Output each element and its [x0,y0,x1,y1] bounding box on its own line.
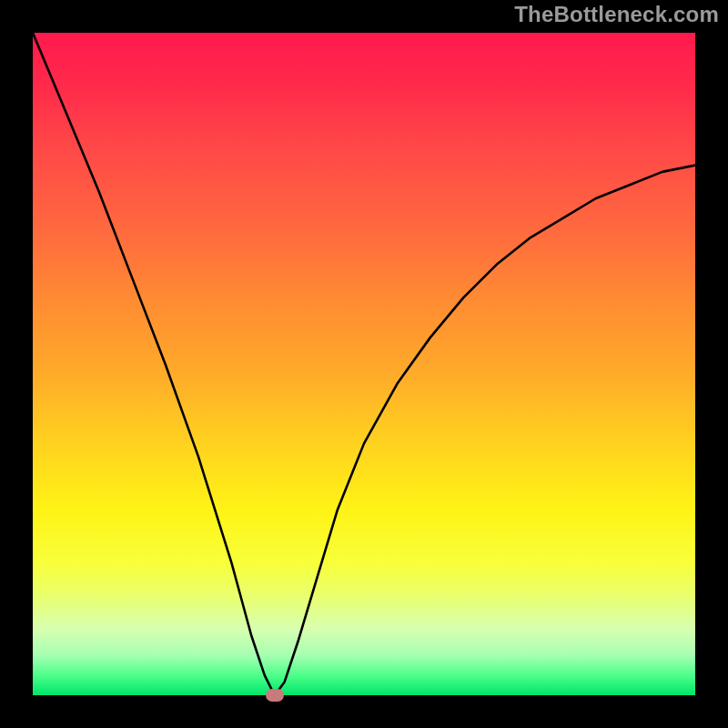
bottleneck-curve [33,33,695,695]
chart-container: TheBottleneck.com [0,0,728,728]
optimum-marker [266,689,284,702]
watermark-text: TheBottleneck.com [514,2,719,27]
curve-svg-layer [33,33,695,695]
